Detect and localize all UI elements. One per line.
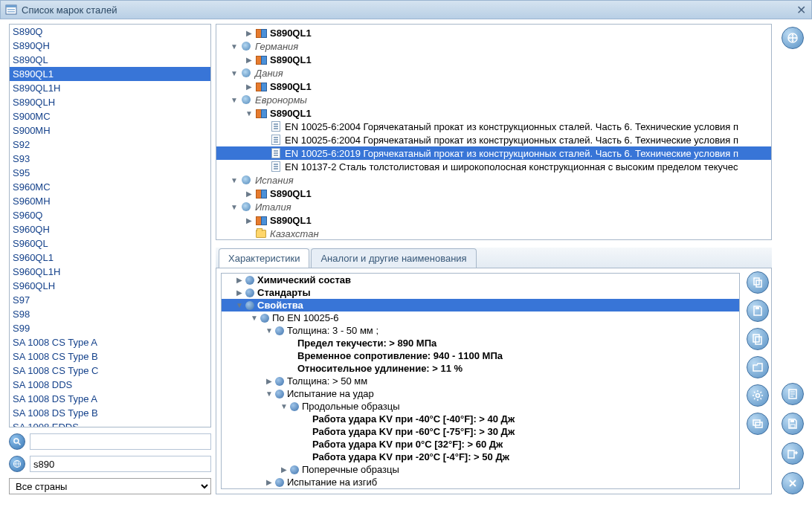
gear-icon[interactable]: [747, 384, 769, 407]
list-item[interactable]: S890QL: [10, 53, 210, 67]
list-item[interactable]: S900MC: [10, 109, 210, 123]
property-row[interactable]: Работа удара KV при -40°C [-40°F]: > 40 …: [222, 413, 739, 425]
property-row[interactable]: ▶Толщина: > 50 мм: [222, 375, 739, 387]
list-item[interactable]: S890QLH: [10, 95, 210, 109]
chevron-right-icon[interactable]: ▶: [245, 28, 254, 37]
chevron-down-icon[interactable]: ▼: [230, 175, 239, 184]
search-input-top[interactable]: [30, 433, 211, 450]
list-item[interactable]: S960MH: [10, 194, 210, 208]
chevron-right-icon[interactable]: ▶: [265, 377, 274, 386]
property-row[interactable]: ▶Испытание на изгиб: [222, 476, 739, 488]
tree-row[interactable]: EN 10025-6:2004 Горячекатаный прокат из …: [216, 120, 771, 133]
property-row[interactable]: ▼По EN 10025-6: [222, 312, 739, 324]
property-row[interactable]: Предел текучести: > 890 МПа: [222, 337, 739, 349]
list-item[interactable]: S960MC: [10, 180, 210, 194]
list-item[interactable]: S95: [10, 166, 210, 180]
list-item[interactable]: S890QL1H: [10, 81, 210, 95]
list-item[interactable]: SA 1008 CS Type B: [10, 349, 210, 364]
list-item[interactable]: S960QL1: [10, 251, 210, 265]
list-item[interactable]: S960QH: [10, 222, 210, 236]
chevron-down-icon[interactable]: ▼: [280, 402, 289, 411]
chevron-down-icon[interactable]: ▼: [245, 109, 254, 117]
copy-icon[interactable]: [747, 271, 769, 294]
stack-icon[interactable]: [747, 328, 769, 350]
chevron-down-icon[interactable]: ▼: [230, 68, 239, 77]
tree-row[interactable]: EN 10137-2 Сталь толстолистовая и широко…: [216, 160, 771, 173]
search-input-bottom[interactable]: [30, 456, 211, 472]
standards-tree[interactable]: ▶S890QL1▼Германия▶S890QL1▼Дания▶S890QL1▼…: [216, 24, 772, 240]
list-item[interactable]: S900MH: [10, 123, 210, 138]
list-item[interactable]: S960QL: [10, 236, 210, 251]
chevron-down-icon[interactable]: ▼: [230, 42, 239, 51]
property-row[interactable]: ▶Поперечные образцы: [222, 463, 739, 476]
tree-row[interactable]: EN 10025-6:2019 Горячекатаный прокат из …: [216, 146, 771, 160]
list-item[interactable]: S960QLH: [10, 279, 210, 293]
list-item[interactable]: SA 1008 EDDS: [10, 420, 210, 427]
tree-row[interactable]: EN 10025-6:2004 Горячекатаный прокат из …: [216, 133, 771, 146]
chevron-down-icon[interactable]: ▼: [230, 202, 239, 211]
property-row[interactable]: Относительное удлинение: > 11 %: [222, 362, 739, 375]
save-icon[interactable]: [747, 300, 769, 322]
chevron-right-icon[interactable]: ▶: [280, 465, 289, 474]
chevron-right-icon[interactable]: ▶: [235, 288, 244, 297]
list-item[interactable]: S93: [10, 152, 210, 166]
property-row[interactable]: ▼Толщина: 3 - 50 мм ;: [222, 324, 739, 337]
chevron-right-icon[interactable]: ▶: [235, 276, 244, 285]
close-round-icon[interactable]: [782, 472, 804, 494]
property-row[interactable]: Работа удара KV при -20°C [-4°F]: > 50 Д…: [222, 451, 739, 463]
folder-open-icon[interactable]: [747, 356, 769, 378]
list-item[interactable]: S98: [10, 307, 210, 321]
property-row[interactable]: ▼Испытание на удар: [222, 387, 739, 400]
chevron-right-icon[interactable]: ▶: [245, 82, 254, 91]
tree-row[interactable]: ▼Германия: [216, 39, 771, 53]
tree-row[interactable]: ▼S890QL1: [216, 106, 771, 120]
tree-row[interactable]: ▼Евронормы: [216, 93, 771, 106]
list-item[interactable]: S97: [10, 293, 210, 307]
list-item[interactable]: S890QH: [10, 39, 210, 53]
chevron-down-icon[interactable]: ▼: [235, 301, 244, 310]
list-item[interactable]: S890Q: [10, 25, 210, 39]
list-item[interactable]: S92: [10, 138, 210, 152]
tree-row[interactable]: ▼Италия: [216, 200, 771, 213]
doc-export-icon[interactable]: [782, 383, 804, 405]
property-row[interactable]: ▼Продольные образцы: [222, 400, 739, 413]
tree-row[interactable]: ▶S890QL1: [216, 213, 771, 227]
list-item[interactable]: SA 1008 DS Type A: [10, 392, 210, 406]
chevron-right-icon[interactable]: ▶: [245, 216, 254, 225]
search-icon[interactable]: [9, 433, 25, 450]
property-row[interactable]: ▶Стандарты: [222, 286, 739, 299]
list-item[interactable]: SA 1008 DS Type B: [10, 406, 210, 420]
chevron-right-icon[interactable]: ▶: [245, 189, 254, 198]
tab[interactable]: Характеристики: [219, 248, 309, 268]
list-item[interactable]: S960Q: [10, 208, 210, 222]
property-row[interactable]: ▼Свойства: [222, 299, 739, 312]
windows-icon[interactable]: [747, 413, 769, 435]
globe-icon[interactable]: [9, 456, 25, 472]
tab[interactable]: Аналоги и другие наименования: [311, 248, 476, 268]
properties-tree[interactable]: ▶Химический состав▶Стандарты▼Свойства▼По…: [221, 273, 740, 489]
tree-row[interactable]: Казахстан: [216, 227, 771, 240]
property-row[interactable]: Работа удара KV при -60°C [-75°F]: > 30 …: [222, 425, 739, 438]
tree-row[interactable]: ▼Дания: [216, 66, 771, 80]
chevron-down-icon[interactable]: ▼: [250, 314, 259, 323]
list-item[interactable]: SA 1008 CS Type C: [10, 364, 210, 378]
property-row[interactable]: ▶Химический состав: [222, 274, 739, 286]
tree-row[interactable]: ▼Испания: [216, 173, 771, 187]
tree-row[interactable]: ▶S890QL1: [216, 26, 771, 39]
disk-icon[interactable]: [782, 413, 804, 435]
chevron-down-icon[interactable]: ▼: [265, 390, 274, 398]
export-icon[interactable]: [782, 442, 804, 465]
list-item[interactable]: SA 1008 DDS: [10, 378, 210, 392]
list-item[interactable]: S99: [10, 321, 210, 335]
chevron-down-icon[interactable]: ▼: [265, 326, 274, 335]
steel-list[interactable]: S890QS890QHS890QLS890QL1S890QL1HS890QLHS…: [9, 24, 211, 427]
move-icon[interactable]: [782, 27, 804, 49]
list-item[interactable]: S890QL1: [10, 67, 210, 81]
tree-row[interactable]: ▶S890QL1: [216, 53, 771, 66]
list-item[interactable]: SA 1008 CS Type A: [10, 335, 210, 349]
property-row[interactable]: Работа удара KV при 0°C [32°F]: > 60 Дж: [222, 438, 739, 451]
tree-row[interactable]: ▶S890QL1: [216, 80, 771, 93]
property-row[interactable]: Временное сопротивление: 940 - 1100 МПа: [222, 349, 739, 362]
list-item[interactable]: S960QL1H: [10, 265, 210, 279]
country-select[interactable]: Все страны: [9, 478, 211, 494]
